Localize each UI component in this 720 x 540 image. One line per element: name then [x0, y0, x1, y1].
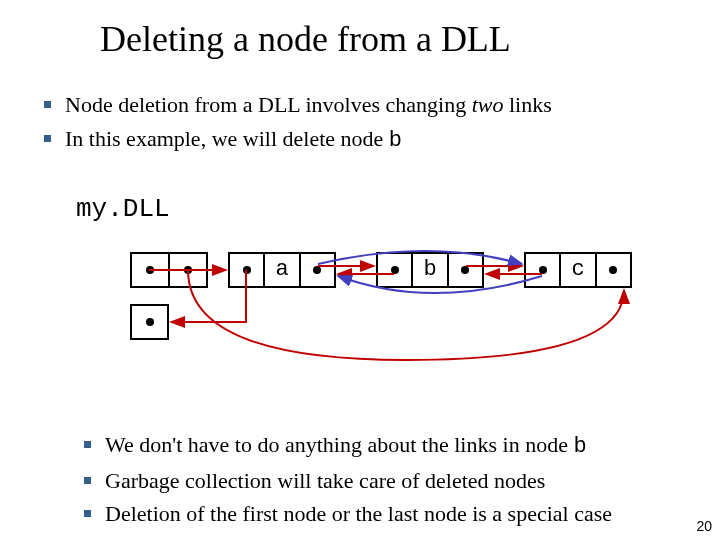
next-cell: [595, 254, 630, 286]
data-cell: a: [263, 254, 298, 286]
bullet-text: Deletion of the first node or the last n…: [105, 499, 612, 529]
node-letter: c: [571, 257, 584, 282]
next-cell: [299, 254, 334, 286]
list-item: In this example, we will delete node b: [44, 124, 680, 156]
italic-text: two: [472, 92, 504, 117]
text: We don't have to do anything about the l…: [105, 432, 573, 457]
data-cell: b: [411, 254, 446, 286]
bullet-text: Garbage collection will take care of del…: [105, 466, 545, 496]
pointer-dot: [146, 266, 154, 274]
pointer-dot: [539, 266, 547, 274]
node-a: a: [228, 252, 336, 288]
code-text: b: [573, 434, 586, 459]
pointer-dot: [184, 266, 192, 274]
prev-cell: [230, 254, 263, 286]
bullet-icon: [44, 101, 51, 108]
pointer-dot: [243, 266, 251, 274]
pointer-dot: [461, 266, 469, 274]
pointer-dot: [391, 266, 399, 274]
bullet-icon: [84, 441, 91, 448]
pointer-dot: [609, 266, 617, 274]
header-first-cell: [132, 254, 168, 286]
node-letter: b: [423, 257, 436, 282]
node-letter: a: [275, 257, 288, 282]
bottom-bullet-list: We don't have to do anything about the l…: [84, 430, 680, 533]
list-item: We don't have to do anything about the l…: [84, 430, 680, 462]
top-bullet-list: Node deletion from a DLL involves changi…: [44, 90, 680, 159]
slide-title: Deleting a node from a DLL: [100, 18, 511, 60]
slide: Deleting a node from a DLL Node deletion…: [0, 0, 720, 540]
text: Node deletion from a DLL involves changi…: [65, 92, 472, 117]
null-cell: [132, 306, 167, 338]
bullet-text: In this example, we will delete node b: [65, 124, 402, 156]
header-last-cell: [168, 254, 206, 286]
prev-cell: [526, 254, 559, 286]
null-box: [130, 304, 169, 340]
bullet-icon: [84, 477, 91, 484]
pointer-dot: [313, 266, 321, 274]
bullet-icon: [44, 135, 51, 142]
text: In this example, we will delete node: [65, 126, 389, 151]
bullet-text: We don't have to do anything about the l…: [105, 430, 587, 462]
pointer-dot: [146, 318, 154, 326]
list-item: Garbage collection will take care of del…: [84, 466, 680, 496]
mydll-label: my.DLL: [76, 194, 170, 224]
node-b: b: [376, 252, 484, 288]
prev-cell: [378, 254, 411, 286]
list-item: Node deletion from a DLL involves changi…: [44, 90, 680, 120]
dll-diagram: a b c: [76, 252, 676, 372]
next-cell: [447, 254, 482, 286]
list-item: Deletion of the first node or the last n…: [84, 499, 680, 529]
data-cell: c: [559, 254, 594, 286]
text: links: [504, 92, 552, 117]
page-number: 20: [696, 518, 712, 534]
bullet-icon: [84, 510, 91, 517]
bullet-text: Node deletion from a DLL involves changi…: [65, 90, 552, 120]
code-text: b: [389, 128, 402, 153]
header-box: [130, 252, 208, 288]
node-c: c: [524, 252, 632, 288]
